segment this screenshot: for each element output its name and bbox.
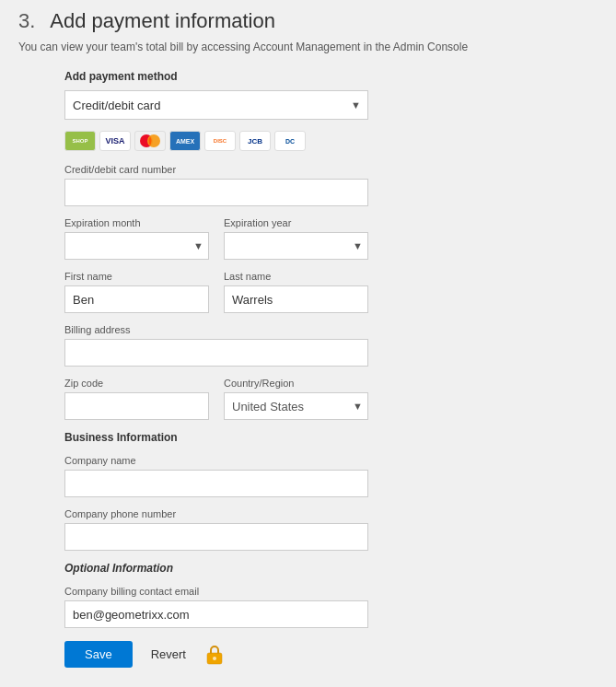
discover-card-icon: DISC — [204, 131, 236, 151]
visa-card-icon: VISA — [99, 131, 131, 151]
amex-card-icon: AMEX — [169, 131, 201, 151]
expiration-year-label: Expiration year — [224, 217, 368, 228]
company-phone-input[interactable] — [64, 523, 368, 551]
country-select[interactable]: United States Canada United Kingdom Aust… — [224, 392, 368, 420]
svg-point-3 — [213, 657, 216, 660]
expiration-month-select[interactable]: JanuaryFebruaryMarch AprilMayJune JulyAu… — [64, 232, 209, 260]
jcb-card-icon: JCB — [239, 131, 271, 151]
first-name-input[interactable] — [64, 285, 209, 313]
expiration-year-select[interactable]: 202420252026 2027202820292030 — [224, 232, 368, 260]
last-name-input[interactable] — [224, 285, 368, 313]
subtitle: You can view your team's total bill by a… — [18, 41, 598, 53]
add-payment-method-label: Add payment method — [64, 70, 598, 83]
mastercard-icon — [134, 131, 166, 151]
billing-address-label: Billing address — [64, 324, 598, 335]
lock-icon — [204, 644, 225, 666]
billing-contact-email-label: Company billing contact email — [64, 586, 598, 597]
company-name-input[interactable] — [64, 470, 368, 497]
billing-contact-email-input[interactable] — [64, 600, 368, 628]
diners-card-icon: DC — [274, 131, 306, 151]
shopify-card-icon: SHOP — [64, 131, 96, 151]
payment-method-select[interactable]: Credit/debit card Bank transfer PayPal — [64, 90, 368, 120]
first-name-label: First name — [64, 271, 209, 282]
billing-address-input[interactable] — [64, 339, 368, 367]
revert-button[interactable]: Revert — [147, 641, 190, 668]
save-button[interactable]: Save — [64, 641, 133, 668]
card-icons-row: SHOP VISA AMEX DISC JCB DC — [64, 131, 598, 151]
company-phone-label: Company phone number — [64, 508, 598, 519]
expiration-month-label: Expiration month — [64, 217, 209, 228]
zip-code-input[interactable] — [64, 392, 209, 420]
company-name-label: Company name — [64, 455, 598, 466]
card-number-label: Credit/debit card number — [64, 164, 598, 175]
last-name-label: Last name — [224, 271, 368, 282]
step-number: 3. — [18, 9, 35, 33]
page-title: Add payment information — [50, 9, 275, 33]
optional-section-title: Optional Information — [64, 562, 598, 575]
country-label: Country/Region — [224, 378, 368, 389]
zip-code-label: Zip code — [64, 378, 209, 389]
business-section-title: Business Information — [64, 431, 598, 444]
card-number-input[interactable] — [64, 179, 368, 206]
